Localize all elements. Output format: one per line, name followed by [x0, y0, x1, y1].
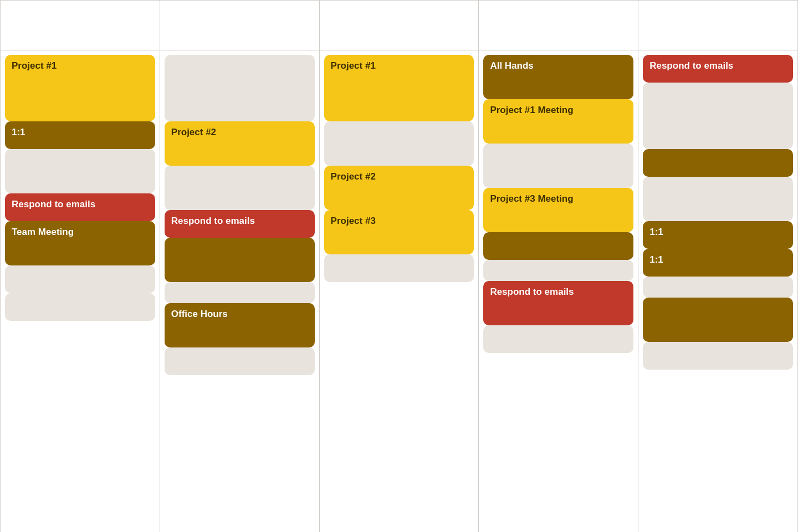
event-c1s6 [5, 265, 155, 293]
event-c1s5[interactable]: Team Meeting [5, 221, 155, 265]
event-c1s2[interactable]: 1:1 [5, 121, 155, 149]
event-c2s4[interactable]: Respond to emails [165, 210, 315, 238]
event-c5s8[interactable] [643, 298, 793, 342]
column-col1: Project #11:1Respond to emailsTeam Meeti… [1, 1, 160, 532]
event-c5s1[interactable]: Respond to emails [643, 55, 793, 83]
event-c5s2 [643, 83, 793, 149]
event-c1s3 [5, 149, 155, 193]
header-col5 [638, 1, 797, 50]
column-col3: Project #1Project #2Project #3 [320, 1, 479, 532]
event-c5s9 [643, 342, 793, 370]
header-col3 [320, 1, 479, 50]
event-c1s1[interactable]: Project #1 [5, 55, 155, 121]
slots-col2: Project #2Respond to emailsOffice Hours [160, 50, 319, 532]
event-c2s5[interactable] [165, 238, 315, 282]
event-c2s8 [165, 347, 315, 375]
event-c4s4[interactable]: Project #3 Meeting [483, 188, 633, 232]
event-c2s1 [165, 55, 315, 121]
event-c1s7 [5, 293, 155, 321]
header-col2 [160, 1, 319, 50]
event-c3s1[interactable]: Project #1 [324, 55, 474, 121]
event-c4s6 [483, 260, 633, 281]
event-c1s4[interactable]: Respond to emails [5, 193, 155, 221]
event-c2s2[interactable]: Project #2 [165, 121, 315, 166]
column-col5: Respond to emails1:11:1 [638, 1, 798, 532]
event-c3s3[interactable]: Project #2 [324, 166, 474, 210]
event-c5s6[interactable]: 1:1 [643, 249, 793, 277]
event-c5s4 [643, 177, 793, 221]
event-c3s4[interactable]: Project #3 [324, 210, 474, 254]
event-c5s5[interactable]: 1:1 [643, 221, 793, 249]
event-c4s8 [483, 325, 633, 353]
slots-col1: Project #11:1Respond to emailsTeam Meeti… [1, 50, 160, 532]
event-c5s7 [643, 277, 793, 298]
column-col4: All HandsProject #1 MeetingProject #3 Me… [479, 1, 638, 532]
slots-col5: Respond to emails1:11:1 [638, 50, 797, 532]
slots-col3: Project #1Project #2Project #3 [320, 50, 479, 532]
event-c4s2[interactable]: Project #1 Meeting [483, 99, 633, 144]
event-c2s7[interactable]: Office Hours [165, 303, 315, 347]
event-c2s3 [165, 166, 315, 210]
event-c4s1[interactable]: All Hands [483, 55, 633, 99]
event-c3s2 [324, 121, 474, 166]
event-c2s6 [165, 282, 315, 303]
column-col2: Project #2Respond to emailsOffice Hours [160, 1, 320, 532]
event-c5s3[interactable] [643, 149, 793, 177]
event-c3s5 [324, 254, 474, 282]
event-c4s5[interactable] [483, 232, 633, 260]
header-col4 [479, 1, 638, 50]
event-c4s7[interactable]: Respond to emails [483, 281, 633, 325]
slots-col4: All HandsProject #1 MeetingProject #3 Me… [479, 50, 638, 532]
header-col1 [1, 1, 160, 50]
event-c4s3 [483, 144, 633, 188]
calendar-grid: Project #11:1Respond to emailsTeam Meeti… [0, 0, 798, 532]
